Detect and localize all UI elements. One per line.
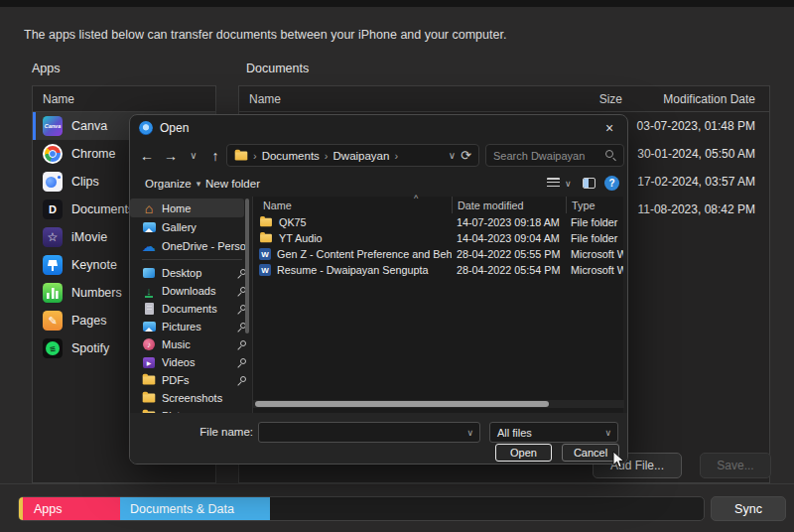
chevron-down-icon: ▾ [197,179,201,189]
download-icon [142,285,156,298]
new-folder-button[interactable]: New folder [205,170,260,197]
search-input[interactable] [493,150,605,162]
file-header-date-modified[interactable]: Date modified [452,197,566,213]
documents-header-modified: Modification Date [663,92,755,106]
documents-column-headers: Name Size Modification Date [239,86,769,112]
file-header-name[interactable]: Name [253,197,452,213]
file-name-label: File name: [150,426,253,438]
documents-header-size: Size [599,92,622,106]
list-view-icon [547,178,560,189]
dialog-app-icon [139,121,153,135]
dialog-title: Open [160,121,189,135]
breadcrumb-item-dwaipayan[interactable]: Dwaipayan [333,150,390,162]
chevron-down-icon[interactable]: ∨ [466,428,479,438]
up-icon[interactable]: ↑ [206,141,224,170]
canva-app-icon [43,116,63,136]
sidebar-item-desktop[interactable]: Desktop [130,264,252,282]
help-icon: ? [604,176,619,191]
window-top-strip [0,0,794,7]
pin-icon [237,340,246,349]
documents-header-name: Name [249,92,281,106]
sidebar-separator [142,259,242,260]
pin-icon [237,358,246,367]
folder-icon [142,392,156,405]
sidebar-item-home[interactable]: Home [130,199,244,217]
dialog-titlebar[interactable]: Open × [130,115,627,141]
sidebar-item-screenshots[interactable]: Screenshots [130,389,252,407]
clips-app-icon [43,172,63,192]
file-row-yt-audio[interactable]: YT Audio 14-04-2023 09:04 AM File folder [253,230,623,246]
videos-icon [142,356,156,369]
bottom-divider [0,483,794,484]
view-dropdown-icon[interactable]: ∨ [565,170,572,197]
file-row-qk75[interactable]: QK75 14-07-2023 09:18 AM File folder [253,214,623,230]
save-button[interactable]: Save... [700,453,771,478]
pin-icon [237,376,246,385]
sidebar-item-videos[interactable]: Videos [130,353,252,371]
folder-icon [235,151,248,160]
folder-icon [260,234,272,243]
gallery-icon [142,220,156,233]
sync-button[interactable]: Sync [711,496,786,521]
numbers-app-icon [43,283,63,303]
view-list-icon[interactable] [547,170,560,197]
horizontal-scrollbar-thumb[interactable] [255,401,549,407]
sidebar-item-pdfs[interactable]: PDFs [130,371,252,389]
keynote-app-icon [43,255,63,275]
sidebar-item-pictures[interactable]: Pictures [130,318,252,335]
documents-app-icon [43,200,63,219]
capacity-segment-apps: Apps [23,497,120,520]
file-name-input[interactable] [259,427,466,439]
back-icon[interactable]: ← [138,141,156,170]
horizontal-scrollbar[interactable] [253,400,624,408]
sidebar-item-gallery[interactable]: Gallery [130,217,252,236]
word-doc-icon [259,264,271,276]
file-header-type[interactable]: Type [566,197,623,213]
apps-column-header: Name [33,86,215,112]
capacity-bar: Apps Documents & Data [18,496,705,521]
preview-pane-button[interactable] [583,170,596,197]
file-row-resume[interactable]: Resume - Dwaipayan Sengupta 28-04-2022 0… [253,262,623,278]
preview-pane-icon [583,178,596,189]
apps-section-label: Apps [32,62,61,75]
sidebar-item-onedrive[interactable]: OneDrive - Persor [130,236,252,255]
intro-text: The apps listed below can transfer docum… [24,28,506,42]
dialog-sidebar: Home Gallery OneDrive - Persor Desktop D… [130,197,252,413]
close-icon[interactable]: × [592,115,627,141]
refresh-icon[interactable]: ⟳ [461,148,471,163]
search-box[interactable] [485,144,624,167]
music-icon [142,338,156,351]
sidebar-item-downloads[interactable]: Downloads [130,282,252,300]
help-button[interactable]: ? [604,170,619,197]
cancel-button[interactable]: Cancel [562,444,619,462]
folder-icon [142,374,156,387]
breadcrumb-item-documents[interactable]: Documents [262,150,320,162]
forward-icon[interactable]: → [162,141,180,170]
recent-locations-icon[interactable]: ∨ [185,141,202,170]
file-name-combo[interactable]: ∨ [258,422,480,443]
organize-button[interactable]: Organize ▾ [145,170,200,197]
breadcrumb[interactable]: › Documents › Dwaipayan › ∨ ⟳ [226,144,479,167]
chevron-down-icon: ∨ [604,428,617,438]
home-icon [142,201,156,214]
word-doc-icon [259,248,271,260]
folder-icon [260,218,272,227]
file-list-area: ^ Name Date modified Type QK75 14-07-202… [252,197,623,413]
sidebar-scrollbar[interactable] [245,199,249,333]
sidebar-item-music[interactable]: Music [130,335,252,353]
file-row-gen-z[interactable]: Gen Z - Content Preference and Behaviour… [253,246,623,262]
desktop-icon [142,267,156,280]
dialog-footer: File name: ∨ All files ∨ Open Cancel [130,413,628,465]
sort-ascending-icon: ^ [414,194,418,203]
imovie-app-icon [43,227,63,247]
document-icon [142,303,156,316]
open-dialog: Open × ← → ∨ ↑ › Documents › Dwaipayan ›… [129,114,628,465]
address-dropdown-icon[interactable]: ∨ [449,150,456,161]
documents-section-label: Documents [246,62,309,75]
sidebar-item-documents[interactable]: Documents [130,300,252,318]
spotify-app-icon [43,338,63,358]
pages-app-icon [43,311,63,331]
file-type-select[interactable]: All files ∨ [489,422,618,443]
capacity-segment-documents-data: Documents & Data [120,497,270,520]
open-button[interactable]: Open [495,444,552,462]
